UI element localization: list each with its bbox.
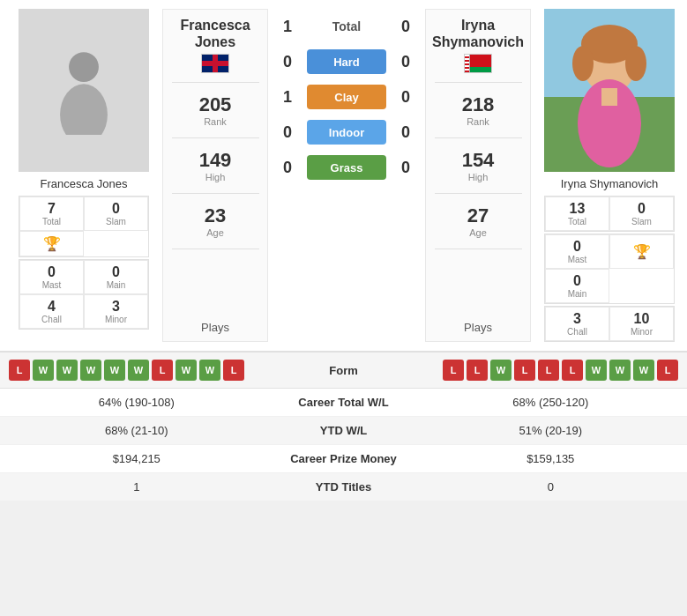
left-player-stats-grid2: 0 Mast 0 Main 4 Chall 3 Minor xyxy=(19,259,149,330)
divider-r2 xyxy=(435,137,522,138)
left-rank-block: 205 Rank xyxy=(199,88,232,132)
form-badges-left: LWWWWWLWWL xyxy=(9,360,291,381)
right-stat-total: 13 Total xyxy=(545,197,609,231)
svg-point-1 xyxy=(60,84,108,135)
form-badge-left: W xyxy=(175,360,197,381)
indoor-left-score: 0 xyxy=(275,123,300,142)
stats-center-label: Career Total W/L xyxy=(256,396,432,409)
right-stat-slam: 0 Slam xyxy=(609,197,674,231)
left-high-block: 149 High xyxy=(199,144,232,188)
indoor-btn[interactable]: Indoor xyxy=(307,120,386,145)
form-badges-right: LLWLLLWWWL xyxy=(397,360,679,381)
stats-left-value: 68% (21-10) xyxy=(18,424,256,437)
grass-right-score: 0 xyxy=(393,159,418,177)
form-badge-right: W xyxy=(490,360,512,381)
right-rank-block: 218 Rank xyxy=(462,88,495,132)
clay-left-score: 1 xyxy=(275,88,300,107)
left-stat-chall: 4 Chall xyxy=(19,294,84,329)
stats-center-label: Career Prize Money xyxy=(256,452,432,465)
left-flag xyxy=(201,54,229,77)
form-badge-left: W xyxy=(80,360,101,381)
top-section: Francesca Jones 7 Total 0 Slam 🏆 0 M xyxy=(0,0,687,351)
form-badge-right: W xyxy=(586,360,607,381)
form-badge-left: W xyxy=(56,360,78,381)
svg-point-7 xyxy=(625,46,646,81)
main-container: Francesca Jones 7 Total 0 Slam 🏆 0 M xyxy=(0,0,687,501)
form-badge-left: W xyxy=(199,360,220,381)
stats-center-label: YTD W/L xyxy=(256,424,432,437)
hard-left-score: 0 xyxy=(275,53,300,71)
stats-row: 68% (21-10)YTD W/L51% (20-19) xyxy=(0,417,687,445)
right-player-card: Iryna Shymanovich 13 Total 0 Slam 0 Mast… xyxy=(534,9,684,342)
stats-row: 1YTD Titles0 xyxy=(0,473,687,501)
bottom-section: LWWWWWLWWL Form LLWLLLWWWL 64% (190-108)… xyxy=(0,351,687,501)
right-stat-main: 0 Main xyxy=(545,269,609,303)
left-stat-main: 0 Main xyxy=(84,260,148,294)
stats-right-value: 68% (250-120) xyxy=(432,396,670,409)
clay-right-score: 0 xyxy=(393,88,418,107)
right-flag xyxy=(464,54,492,77)
total-btn[interactable]: Total xyxy=(307,14,386,39)
stats-left-value: $194,215 xyxy=(18,452,256,465)
right-player-stats-grid3: 3 Chall 10 Minor xyxy=(544,306,675,342)
left-stat-mast2: 0 Mast xyxy=(19,260,84,294)
left-stat-minor: 3 Minor xyxy=(84,294,148,329)
clay-btn[interactable]: Clay xyxy=(307,85,386,109)
right-player-photo xyxy=(544,9,675,172)
right-player-stats-grid2: 0 Mast 🏆 0 Main xyxy=(544,234,675,304)
grass-left-score: 0 xyxy=(275,159,300,177)
left-stat-total: 7 Total xyxy=(19,197,84,231)
right-stat-minor: 10 Minor xyxy=(609,307,674,341)
score-row-indoor: 0 Indoor 0 xyxy=(275,115,418,150)
right-high-block: 154 High xyxy=(462,144,495,188)
stats-left-value: 64% (190-108) xyxy=(18,396,256,409)
left-player-card: Francesca Jones 7 Total 0 Slam 🏆 0 M xyxy=(9,9,159,342)
svg-point-0 xyxy=(69,52,99,82)
hard-right-score: 0 xyxy=(393,53,418,71)
divider4 xyxy=(172,249,259,249)
right-player-stats-grid: 13 Total 0 Slam xyxy=(544,196,675,232)
form-badge-right: W xyxy=(633,360,654,381)
trophy-icon-right: 🏆 xyxy=(633,243,651,260)
form-badge-right: L xyxy=(443,360,464,381)
stats-right-value: 51% (20-19) xyxy=(432,424,670,437)
right-stat-mast: 0 Mast xyxy=(545,234,609,269)
right-player-name: Iryna Shymanovich xyxy=(561,177,659,190)
svg-point-6 xyxy=(572,46,594,81)
stats-table: 64% (190-108)Career Total W/L68% (250-12… xyxy=(0,389,687,501)
form-badge-right: L xyxy=(538,360,559,381)
divider-r3 xyxy=(435,193,522,194)
form-badge-left: L xyxy=(152,360,173,381)
stats-right-value: 0 xyxy=(432,480,670,494)
left-stat-slam: 0 Slam xyxy=(84,197,148,231)
score-row-clay: 1 Clay 0 xyxy=(275,79,418,115)
form-badge-left: W xyxy=(128,360,149,381)
form-badge-left: L xyxy=(9,360,30,381)
divider2 xyxy=(172,137,259,138)
left-player-name: Francesca Jones xyxy=(41,177,128,190)
form-badge-right: L xyxy=(514,360,535,381)
form-badge-right: L xyxy=(562,360,583,381)
divider-r4 xyxy=(435,249,522,249)
stats-center-label: YTD Titles xyxy=(256,480,432,494)
trophy-icon-left: 🏆 xyxy=(43,235,61,252)
center-panel: 1 Total 0 0 Hard 0 1 Clay 0 0 Indoor 0 xyxy=(272,9,422,342)
total-right-score: 0 xyxy=(393,18,418,36)
indoor-right-score: 0 xyxy=(393,123,418,142)
stats-row: 64% (190-108)Career Total W/L68% (250-12… xyxy=(0,389,687,417)
divider-r1 xyxy=(435,82,522,83)
score-row-hard: 0 Hard 0 xyxy=(275,44,418,79)
svg-rect-9 xyxy=(601,88,617,106)
form-badge-right: L xyxy=(657,360,678,381)
hard-btn[interactable]: Hard xyxy=(307,49,386,74)
stats-left-value: 1 xyxy=(18,480,256,494)
form-badge-left: W xyxy=(33,360,54,381)
form-badge-right: L xyxy=(467,360,488,381)
left-plays: Plays xyxy=(201,321,229,334)
grass-btn[interactable]: Grass xyxy=(307,155,386,180)
left-trophy-cell: 🏆 xyxy=(19,231,84,256)
stats-right-value: $159,135 xyxy=(432,452,670,465)
left-big-name: Francesca Jones xyxy=(167,17,264,50)
left-player-info-panel: Francesca Jones 205 Rank 149 High xyxy=(162,9,268,342)
divider1 xyxy=(172,82,259,83)
